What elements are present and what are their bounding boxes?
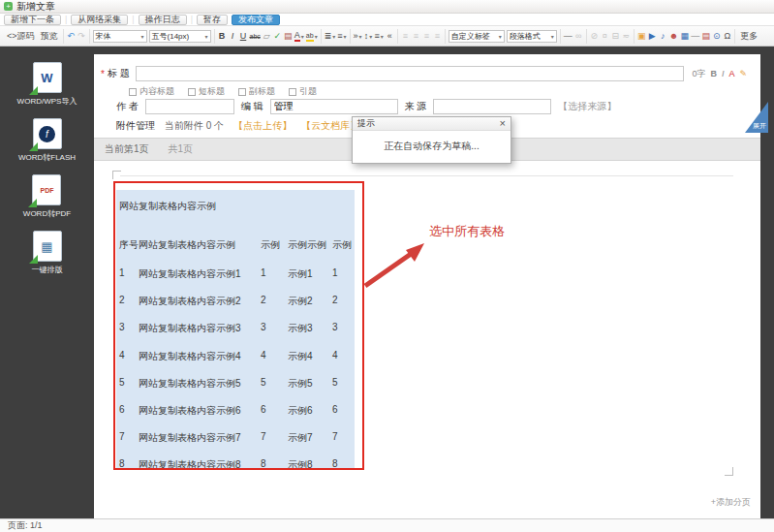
menu-button-1[interactable]: 新增下一条 — [4, 15, 61, 25]
font-size-select[interactable]: 五号(14px)▾ — [149, 30, 211, 43]
align-justify-icon: ≡ — [432, 29, 443, 44]
underline-button[interactable]: U — [238, 29, 249, 44]
dialog-close-icon[interactable]: × — [500, 118, 506, 129]
upload-link[interactable]: 【点击上传】 — [233, 119, 292, 133]
more-button[interactable]: 更多 — [737, 30, 760, 43]
dialog-title: 提示 — [357, 117, 375, 130]
select-source-link[interactable]: 【选择来源】 — [558, 100, 616, 113]
expand-panel-label: 展开 — [753, 121, 766, 131]
sidebar-item-label: WORD转PDF — [23, 208, 71, 219]
tab-current-page[interactable]: 当前第1页 — [105, 142, 149, 156]
layout-icon: ▦ — [33, 231, 62, 262]
menu-button-2[interactable]: 从网络采集 — [71, 15, 128, 25]
redo-icon: ↷ — [77, 29, 87, 44]
required-asterisk: * — [101, 69, 105, 79]
title-pen-icon[interactable]: ✎ — [739, 69, 747, 78]
font-family-select[interactable]: 宋体▾ — [93, 30, 147, 43]
menu-button-3[interactable]: 操作日志 — [139, 15, 187, 25]
outdent-button[interactable]: « — [385, 29, 395, 44]
unlink-icon: ⊘ — [589, 29, 600, 44]
page-break-icon: ≂ — [621, 29, 632, 44]
attachment-row: 附件管理 当前附件 0 个 【点击上传】 【云文档库】 — [116, 119, 359, 133]
anchor-icon: ¤ — [600, 29, 610, 44]
clear-format-icon[interactable]: ▱ — [262, 29, 272, 44]
title-option-checkbox-1[interactable]: 内容标题 — [129, 85, 174, 98]
toolbar-group: 更多 — [735, 29, 762, 44]
toolbar-group: <>源码预览 — [2, 29, 64, 44]
sidebar-item-pdf[interactable]: PDFWORD转PDF — [23, 174, 71, 219]
line-height-button[interactable]: ↕▾ — [363, 29, 374, 44]
add-page-button[interactable]: +添加分页 — [711, 496, 751, 509]
ordered-list-button[interactable]: ≣▾ — [324, 29, 337, 44]
custom-tag-select[interactable]: 自定义标签▾ — [449, 30, 505, 43]
toolbar-group: »▾↕▾≡▾« — [351, 29, 398, 44]
title-label: 标 题 — [108, 67, 130, 80]
statusbar: 页面: 1/1 — [0, 518, 774, 532]
align-right-icon: ≡ — [421, 29, 432, 44]
paragraph-spacing-button[interactable]: ≡▾ — [374, 29, 385, 44]
sidebar-item-label: 一键排版 — [32, 265, 63, 275]
annotation-text: 选中所有表格 — [429, 223, 505, 240]
title-input[interactable] — [136, 66, 685, 81]
indent-button[interactable]: »▾ — [353, 29, 363, 44]
unordered-list-button[interactable]: ≡▾ — [336, 29, 347, 44]
video-icon[interactable]: ▶ — [647, 29, 658, 44]
sidebar-item-label: WORD/WPS导入 — [17, 96, 77, 107]
undo-icon[interactable]: ↶ — [66, 29, 77, 44]
toolbar-group: ▣▶♪☻▦—▤⊙Ω — [635, 29, 735, 44]
align-left-icon: ≡ — [400, 29, 411, 44]
title-row: * 标 题 0字 BIA✎ — [101, 66, 747, 81]
table-icon[interactable]: ▦ — [679, 29, 690, 44]
editor-label: 编 辑 — [241, 100, 263, 113]
source-label: 来 源 — [405, 100, 427, 113]
toolbar-group: 宋体▾五号(14px)▾ — [90, 29, 215, 44]
source-input[interactable] — [433, 99, 551, 114]
clock-icon[interactable]: ⊙ — [711, 29, 722, 44]
menu-button-4[interactable]: 暂存 — [197, 15, 228, 25]
toolbar-group: 自定义标签▾段落格式▾ — [446, 29, 561, 44]
author-input[interactable] — [145, 99, 234, 114]
sidebar-item-word[interactable]: WWORD/WPS导入 — [17, 62, 77, 107]
title-option-checkbox-4[interactable]: 引题 — [289, 85, 317, 98]
font-color-button[interactable]: A▾ — [294, 29, 305, 44]
title-italic-button[interactable]: I — [722, 69, 725, 78]
title-option-checkbox-2[interactable]: 短标题 — [188, 85, 225, 98]
toolbar-group: ⊘¤⊟≂ — [587, 29, 635, 44]
title-char-count: 0字 — [692, 68, 705, 80]
format-painter-icon[interactable]: ✓ — [272, 29, 283, 44]
highlight-color-button[interactable]: ab▾ — [305, 29, 319, 44]
title-bold-button[interactable]: B — [710, 69, 717, 78]
user-icon[interactable]: ☻ — [668, 29, 679, 44]
title-option-checkbox-3[interactable]: 副标题 — [238, 85, 275, 98]
attachment-count: 当前附件 0 个 — [165, 119, 224, 133]
strikethrough-button[interactable]: abc — [249, 29, 262, 44]
align-center-icon: ≡ — [411, 29, 421, 44]
sidebar-item-flash[interactable]: fWORD转FLASH — [18, 118, 76, 163]
divider-icon[interactable]: — — [690, 29, 700, 44]
title-color-button[interactable]: A — [728, 69, 734, 78]
page-corner-topleft — [112, 171, 121, 179]
preview-button[interactable]: 预览 — [38, 30, 61, 43]
sidebar-item-layout[interactable]: ▦一键排版 — [32, 231, 63, 275]
paste-format-icon[interactable]: ▤ — [283, 29, 294, 44]
calendar-icon[interactable]: ▤ — [700, 29, 711, 44]
title-tools: 0字 BIA✎ — [692, 68, 747, 80]
toolbar-group: BIUabc▱✓▤A▾ab▾ — [215, 29, 322, 44]
editor-canvas[interactable]: 网站复制表格内容示例 序号网站复制表格内容示例示例示例示例示例 1网站复制表格内… — [94, 161, 760, 518]
editor-input[interactable] — [270, 99, 398, 114]
menu-separator: | — [191, 15, 193, 24]
bold-button[interactable]: B — [217, 29, 228, 44]
toolbar-group: ↶↷ — [64, 29, 90, 44]
source-code-button[interactable]: <>源码 — [4, 30, 38, 43]
word-icon: W — [33, 62, 62, 93]
editor-toolbar: <>源码预览↶↷宋体▾五号(14px)▾BIUabc▱✓▤A▾ab▾≣▾≡▾»▾… — [0, 26, 774, 47]
horizontal-rule-icon[interactable]: — — [563, 29, 573, 44]
italic-button[interactable]: I — [228, 29, 238, 44]
image-icon[interactable]: ▣ — [636, 29, 647, 44]
link-icon: ∞ — [573, 29, 584, 44]
window-title: 新增文章 — [16, 0, 55, 14]
publish-button[interactable]: 发布文章 — [232, 15, 280, 25]
omega-icon[interactable]: Ω — [722, 29, 732, 44]
music-icon[interactable]: ♪ — [658, 29, 668, 44]
paragraph-format-select[interactable]: 段落格式▾ — [507, 30, 557, 43]
